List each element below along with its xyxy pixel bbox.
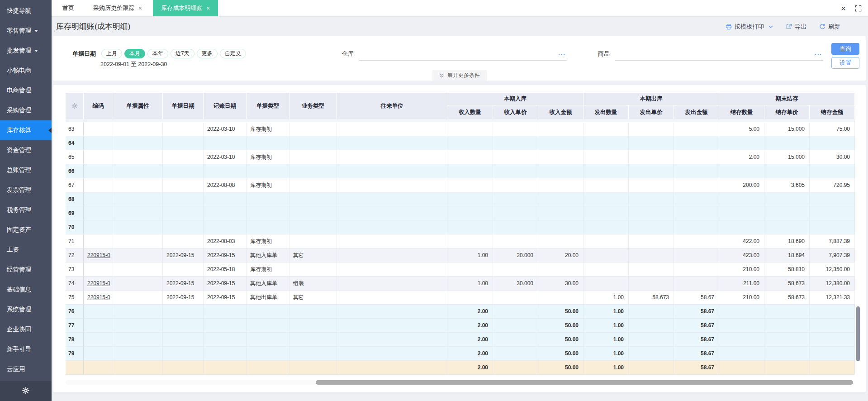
sidebar-item[interactable]: 批发管理	[0, 41, 52, 61]
table-row[interactable]: 792.0050.001.0058.67	[66, 347, 855, 361]
table-row[interactable]: 75220915-02022-09-152022-09-15其他出库单其它1.0…	[66, 291, 855, 305]
sidebar-item[interactable]: 库存核算	[0, 120, 52, 140]
table-row[interactable]: 69	[66, 206, 855, 220]
tab[interactable]: 采购历史价跟踪×	[85, 0, 150, 16]
tab-close-icon[interactable]: ×	[206, 5, 210, 11]
cell-biz-type: 其它	[289, 291, 337, 304]
col-header-bal-price: 结存单价	[764, 105, 810, 119]
sidebar-item[interactable]: 税务管理	[0, 200, 52, 220]
tab[interactable]: 库存成本明细账×	[153, 0, 218, 16]
cell-in-qty	[447, 206, 493, 220]
cell-book-date	[204, 305, 247, 318]
refresh-button[interactable]: 刷新	[819, 23, 840, 31]
table-row[interactable]: 632022-03-10库存期初5.0015.00075.00	[66, 122, 855, 136]
product-more-button[interactable]: ···	[815, 51, 822, 58]
cell-out-qty	[583, 220, 629, 234]
export-button[interactable]: 导出	[786, 23, 806, 31]
print-by-template-button[interactable]: 按模板打印	[726, 23, 773, 31]
table-row[interactable]: 652022-03-10库存期初2.0015.00030.00	[66, 150, 855, 164]
cell-in-amount	[538, 164, 583, 178]
settings-button[interactable]: 设置	[831, 57, 859, 69]
sidebar-item[interactable]: 系统管理	[0, 300, 52, 320]
cell-doc-type	[247, 206, 289, 220]
cell-out-price	[629, 150, 674, 164]
date-range-value[interactable]: 2022-09-01 至 2022-09-30	[100, 61, 167, 68]
cell-code[interactable]: 220915-0	[84, 248, 113, 262]
date-pill[interactable]: 上月	[101, 49, 122, 58]
sidebar-item[interactable]: 电商管理	[0, 81, 52, 100]
table-row[interactable]: 70	[66, 220, 855, 234]
tab[interactable]: 首页	[54, 0, 82, 16]
table-row[interactable]	[66, 119, 855, 122]
expand-more-conditions[interactable]: 展开更多条件	[432, 70, 487, 81]
table-row[interactable]: 64	[66, 136, 855, 150]
sidebar-item[interactable]: 发票管理	[0, 180, 52, 200]
date-pill[interactable]: 自定义	[220, 49, 246, 58]
cell-out-price	[629, 333, 674, 346]
warehouse-more-button[interactable]: ···	[558, 51, 566, 58]
sidebar-footer-settings[interactable]	[0, 381, 52, 401]
cell-code[interactable]: 220915-0	[84, 291, 113, 304]
vertical-scrollbar-thumb[interactable]	[856, 306, 860, 361]
date-pill[interactable]: 近7天	[171, 49, 194, 58]
sidebar-item[interactable]: 工资	[0, 240, 52, 260]
sidebar-item[interactable]: 经营管理	[0, 260, 52, 280]
warehouse-input[interactable]: ···	[359, 48, 567, 61]
sidebar-item[interactable]: 零售管理	[0, 21, 52, 41]
sidebar-item[interactable]: 总账管理	[0, 160, 52, 180]
cell-out-amount: 58.67	[674, 361, 719, 374]
table-row[interactable]: 672022-08-08库存期初200.003.605720.95	[66, 178, 855, 192]
sidebar-item[interactable]: 快捷导航	[0, 1, 52, 21]
table-total-row[interactable]: 2.0050.001.0058.67	[66, 361, 855, 375]
cell-bal-price	[764, 319, 810, 332]
col-header-in-price: 收入单价	[493, 105, 538, 119]
table-row[interactable]: 762.0050.001.0058.67	[66, 305, 855, 319]
horizontal-scrollbar[interactable]	[66, 380, 854, 385]
table-row[interactable]: 74220915-02022-09-152022-09-15其他入库单组装1.0…	[66, 277, 855, 291]
table-row[interactable]: 712022-08-03库存期初422.0018.6907,887.39	[66, 234, 855, 248]
cell-in-price	[493, 150, 538, 164]
table-row[interactable]: 772.0050.001.0058.67	[66, 319, 855, 333]
doc-date-label: 单据日期	[72, 50, 96, 58]
sidebar-item[interactable]: 基础信息	[0, 280, 52, 300]
sidebar-item[interactable]: 新手引导	[0, 339, 52, 359]
cell-row-number: 66	[66, 164, 84, 178]
sidebar-item[interactable]: 云应用	[0, 359, 52, 379]
tab-close-icon[interactable]: ×	[138, 5, 142, 11]
product-input[interactable]: ···	[615, 48, 823, 61]
date-pill[interactable]: 本年	[147, 49, 168, 58]
query-button[interactable]: 查询	[831, 43, 859, 55]
cell-code[interactable]: 220915-0	[84, 277, 113, 290]
horizontal-scrollbar-thumb[interactable]	[316, 380, 853, 385]
cell-doc-date	[163, 333, 204, 346]
fullscreen-icon[interactable]	[855, 5, 862, 12]
cell-bal-price	[764, 206, 810, 220]
sidebar-item-label: 采购管理	[7, 106, 31, 115]
cell-out-qty	[583, 178, 629, 192]
table-row[interactable]: 68	[66, 192, 855, 206]
sidebar-item[interactable]: 资金管理	[0, 140, 52, 160]
cell-doc-type	[247, 119, 289, 122]
table-row[interactable]: 782.0050.001.0058.67	[66, 333, 855, 347]
chevron-down-icon[interactable]	[768, 25, 773, 28]
date-pill[interactable]: 更多	[197, 49, 218, 58]
date-pill[interactable]: 本月	[124, 49, 145, 58]
cell-biz-type	[289, 192, 337, 206]
sidebar-item-label: 固定资产	[7, 226, 31, 234]
table-row[interactable]: 72220915-02022-09-152022-09-15其他入库单其它1.0…	[66, 248, 855, 263]
sidebar-item[interactable]: 采购管理	[0, 100, 52, 120]
cell-out-qty	[583, 122, 629, 136]
cell-doc-date	[163, 178, 204, 192]
table-row[interactable]: 732022-05-18库存期初210.0058.81012,350.00	[66, 263, 855, 277]
column-settings-button[interactable]	[66, 93, 84, 119]
cell-doc-attr	[113, 263, 163, 276]
cell-biz-type	[289, 361, 337, 374]
table-row[interactable]: 66	[66, 164, 855, 178]
cell-bal-qty	[719, 347, 764, 360]
close-icon[interactable]: ×	[841, 4, 846, 13]
cell-in-qty	[447, 150, 493, 164]
cell-out-amount: 58.67	[674, 347, 719, 360]
sidebar-item[interactable]: 小畅电商	[0, 61, 52, 81]
sidebar-item[interactable]: 企业协同	[0, 320, 52, 339]
sidebar-item[interactable]: 固定资产	[0, 220, 52, 240]
